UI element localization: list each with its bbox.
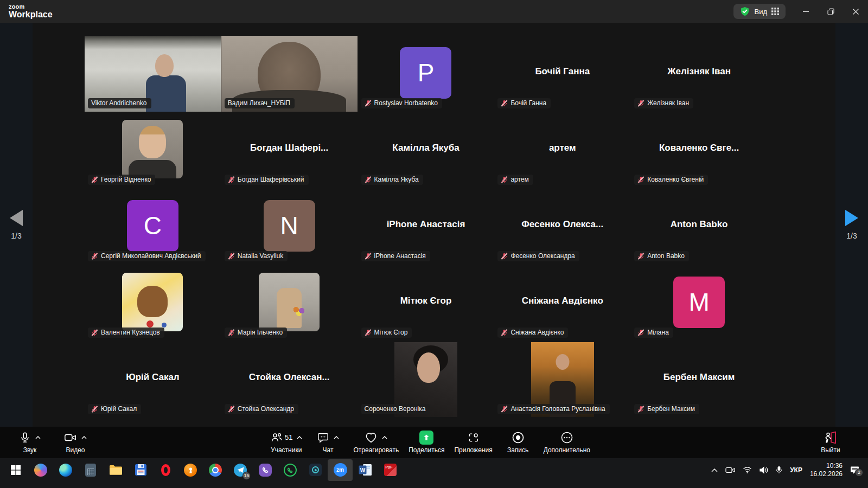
participant-tile[interactable]: артемартем <box>494 112 630 188</box>
participant-tile[interactable]: iPhone АнастасіяiPhone Анастасія <box>358 189 494 265</box>
more-button[interactable]: Дополнительно <box>540 428 593 457</box>
tray-action-center[interactable]: 2 <box>850 466 859 474</box>
chevron-up-icon[interactable] <box>81 436 87 439</box>
taskbar-opera[interactable] <box>153 459 178 481</box>
chat-label: Чат <box>323 446 334 454</box>
taskbar-edge[interactable] <box>53 459 78 481</box>
video-button[interactable]: Видео <box>56 428 94 457</box>
gallery-prev-page[interactable]: 1/3 <box>0 23 33 427</box>
next-page-arrow-icon[interactable] <box>845 210 858 226</box>
avatar <box>122 120 183 178</box>
participant-tile[interactable]: Бербен МаксимБербен Максим <box>631 342 767 418</box>
taskbar-calculator[interactable] <box>78 459 103 481</box>
participant-tile[interactable]: Георгій Відненко <box>85 112 221 188</box>
close-button[interactable] <box>843 0 868 23</box>
chat-button[interactable]: Чат <box>309 428 347 457</box>
participant-name-label: iPhone Анастасія <box>361 251 430 261</box>
tray-network-icon[interactable] <box>743 466 752 473</box>
taskbar-stream-app[interactable] <box>303 459 328 481</box>
tray-language-indicator[interactable]: УКР <box>790 466 802 474</box>
microphone-icon <box>19 432 31 444</box>
participant-tile[interactable]: MМілана <box>631 265 767 341</box>
minimize-button[interactable] <box>793 0 818 23</box>
mic-off-icon <box>501 253 508 260</box>
taskbar-file-explorer[interactable] <box>103 459 128 481</box>
chevron-up-icon[interactable] <box>382 436 387 439</box>
avatar: M <box>673 277 725 328</box>
gallery-next-page[interactable]: 1/3 <box>835 23 868 427</box>
participant-tile[interactable]: NNatalia Vasyliuk <box>221 189 358 265</box>
svg-text:W: W <box>360 467 365 473</box>
tray-microphone-in-use-icon[interactable] <box>776 466 782 474</box>
chevron-up-icon[interactable] <box>35 436 41 439</box>
participant-tile[interactable]: Сороченко Вероніка <box>358 342 494 418</box>
taskbar-telegram[interactable]: 15 <box>228 459 253 481</box>
participant-tile[interactable]: Сніжана АвдієнкоСніжана Авдієнко <box>494 265 630 341</box>
participant-tile[interactable]: Камілла ЯкубаКамілла Якуба <box>358 112 494 188</box>
video-camera-icon <box>64 432 77 444</box>
tray-show-hidden-icons[interactable] <box>711 468 718 472</box>
share-screen-button[interactable]: Поделиться <box>405 428 448 457</box>
participant-tile[interactable]: Марія Ільченко <box>221 265 358 341</box>
participant-name-label: Сергій Миколайович Авдієвський <box>88 251 206 261</box>
participant-name-text: Rostyslav Horbatenko <box>374 99 438 107</box>
participant-tile[interactable]: Валентин Кузнецов <box>85 265 221 341</box>
participant-tile[interactable]: Вадим Лихач_НУБіП <box>221 36 358 112</box>
start-button[interactable] <box>3 459 28 481</box>
tray-camera-in-use-icon[interactable] <box>725 466 735 474</box>
taskbar-zoom-active[interactable]: zm <box>328 459 353 481</box>
chrome-icon <box>209 464 222 477</box>
taskbar-whatsapp[interactable] <box>278 459 303 481</box>
participant-tile[interactable]: Коваленко Євге...Коваленко Євгеній <box>631 112 767 188</box>
participant-tile[interactable]: Бочій ГаннаБочій Ганна <box>494 36 630 112</box>
participant-name-label: Анастасія Головата Русланівна <box>497 404 609 414</box>
taskbar-secure-browser[interactable] <box>178 459 203 481</box>
participants-count: 51 <box>285 433 292 441</box>
participant-tile[interactable]: Стойка Олексан...Стойка Олександр <box>221 342 358 418</box>
windows-logo-icon <box>10 465 21 476</box>
participants-button[interactable]: 51 Участники <box>267 428 305 457</box>
taskbar-word[interactable]: W <box>353 459 378 481</box>
mic-off-icon <box>365 100 372 107</box>
tray-volume-icon[interactable] <box>760 466 768 474</box>
prev-page-arrow-icon[interactable] <box>10 210 23 226</box>
participant-name-text: артем <box>510 176 528 183</box>
participant-name-label: Стойка Олександр <box>225 404 298 414</box>
participant-tile[interactable]: Мітюк ЄгорМітюк Єгор <box>358 265 494 341</box>
participant-tile[interactable]: Юрій СакалЮрій Сакал <box>85 342 221 418</box>
mic-off-icon <box>637 329 644 336</box>
participant-tile[interactable]: PRostyslav Horbatenko <box>358 36 494 112</box>
taskbar-save-app[interactable] <box>128 459 153 481</box>
apps-icon <box>467 432 480 444</box>
participant-tile[interactable]: CСергій Миколайович Авдієвський <box>85 189 221 265</box>
participant-tile[interactable]: Анастасія Головата Русланівна <box>494 342 630 418</box>
view-menu-button[interactable]: Вид <box>733 4 786 19</box>
participant-tile[interactable]: Богдан Шафері...Богдан Шаферівський <box>221 112 358 188</box>
react-button[interactable]: Отреагировать <box>350 428 402 457</box>
taskbar-copilot[interactable] <box>28 459 53 481</box>
taskbar-chrome[interactable] <box>203 459 228 481</box>
viber-icon <box>259 464 272 477</box>
participant-tile[interactable]: Фесенко Олекса...Фесенко Олександра <box>494 189 630 265</box>
taskbar-viber[interactable] <box>253 459 278 481</box>
participant-name-label: Фесенко Олександра <box>497 251 579 261</box>
apps-button[interactable]: Приложения <box>451 428 495 457</box>
participant-name-label: Сороченко Вероніка <box>361 404 430 414</box>
tray-clock[interactable]: 10:36 16.02.2026 <box>810 462 843 478</box>
chevron-up-icon[interactable] <box>297 436 302 439</box>
edge-icon <box>59 464 72 477</box>
leave-meeting-button[interactable]: Выйти <box>812 427 850 458</box>
mic-off-icon <box>91 406 98 413</box>
page-indicator: 1/3 <box>11 232 21 240</box>
record-button[interactable]: Запись <box>499 428 537 457</box>
participant-tile[interactable]: Viktor Andriichenko <box>85 36 221 112</box>
restore-button[interactable] <box>818 0 843 23</box>
audio-button[interactable]: Звук <box>11 428 49 457</box>
participant-name-text: Коваленко Євгеній <box>647 176 704 183</box>
participant-tile[interactable]: Anton BabkoAnton Babko <box>631 189 767 265</box>
taskbar-pdf-app[interactable]: PDF <box>378 459 403 481</box>
audio-label: Звук <box>23 446 37 454</box>
participant-tile[interactable]: Желізняк ІванЖелізняк Іван <box>631 36 767 112</box>
chevron-up-icon[interactable] <box>334 436 339 439</box>
video-label: Видео <box>66 446 85 454</box>
